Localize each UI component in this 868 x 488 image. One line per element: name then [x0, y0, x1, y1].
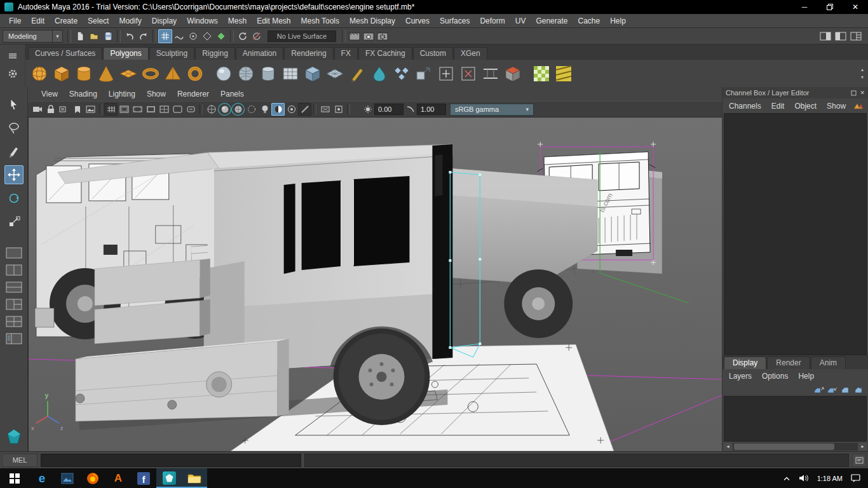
- scrollbar-thumb[interactable]: [734, 444, 834, 450]
- float-panel-icon[interactable]: [851, 90, 857, 96]
- poly-prism-icon[interactable]: [161, 62, 184, 86]
- layers-menu[interactable]: Layers: [724, 372, 757, 381]
- shelf-tab-curves-surfaces[interactable]: Curves / Surfaces: [28, 47, 102, 60]
- menu-cache[interactable]: Cache: [573, 14, 605, 27]
- occlusion-toggle-icon[interactable]: [285, 103, 298, 116]
- panel-menu-renderer[interactable]: Renderer: [172, 90, 215, 98]
- gear-icon[interactable]: [8, 69, 18, 79]
- options-menu[interactable]: Options: [757, 372, 793, 381]
- move-layer-down-icon[interactable]: [827, 385, 837, 394]
- poly-torus-icon[interactable]: [139, 62, 161, 86]
- tab-render[interactable]: Render: [767, 356, 810, 369]
- taskbar-explorer-icon[interactable]: [182, 468, 207, 488]
- construction-history-icon[interactable]: [236, 29, 250, 43]
- menu-windows[interactable]: Windows: [182, 14, 223, 27]
- taskbar-facebook-icon[interactable]: f: [131, 468, 156, 488]
- blue-cube-icon[interactable]: [301, 62, 323, 86]
- menu-mesh-display[interactable]: Mesh Display: [344, 14, 400, 27]
- snap-to-plane-icon[interactable]: [200, 29, 214, 43]
- redo-icon[interactable]: [137, 29, 151, 43]
- tray-expand-icon[interactable]: [783, 476, 790, 481]
- field-chart-icon[interactable]: [158, 103, 171, 116]
- lasso-tool-button[interactable]: [4, 118, 24, 137]
- snap-to-point-icon[interactable]: [186, 29, 200, 43]
- poly-plane-icon[interactable]: [117, 62, 139, 86]
- horizontal-scrollbar[interactable]: ◂ ▸: [722, 442, 868, 451]
- poly-pipe-icon[interactable]: [184, 62, 206, 86]
- panel-menu-lighting[interactable]: Lighting: [103, 90, 141, 98]
- new-scene-icon[interactable]: [73, 29, 87, 43]
- layout-single-pane-button[interactable]: [5, 247, 23, 259]
- move-layer-up-icon[interactable]: [813, 385, 824, 394]
- exposure-icon[interactable]: [361, 103, 374, 116]
- extrude-icon[interactable]: [412, 62, 435, 86]
- smooth-shade-mode-icon[interactable]: [218, 103, 231, 116]
- poly-cone-icon[interactable]: [95, 62, 117, 86]
- menu-create[interactable]: Create: [50, 14, 83, 27]
- poly-cube-icon[interactable]: [50, 62, 72, 86]
- antialias-toggle-icon[interactable]: [298, 103, 311, 116]
- render-settings-icon[interactable]: [376, 29, 390, 43]
- resolution-gate-icon[interactable]: [131, 103, 144, 116]
- mel-toggle-button[interactable]: MEL: [2, 454, 37, 467]
- layout-two-panes-stacked-button[interactable]: [5, 281, 23, 294]
- menu-modify[interactable]: Modify: [114, 14, 146, 27]
- menu-mesh[interactable]: Mesh: [223, 14, 252, 27]
- rotate-tool-button[interactable]: [4, 189, 24, 208]
- poly-cylinder-icon[interactable]: [72, 62, 95, 86]
- xray-toggle-icon[interactable]: [318, 103, 332, 116]
- taskbar-edge-icon[interactable]: e: [29, 468, 55, 488]
- select-camera-icon[interactable]: [31, 103, 44, 116]
- shelf-tab-custom[interactable]: Custom: [413, 47, 453, 60]
- menu-display[interactable]: Display: [147, 14, 182, 27]
- close-button[interactable]: ✕: [843, 0, 868, 14]
- bridge-icon[interactable]: [479, 62, 501, 86]
- channel-list-area[interactable]: [724, 113, 867, 355]
- panel-menu-panels[interactable]: Panels: [215, 90, 250, 98]
- poly-sphere-icon[interactable]: [28, 62, 50, 86]
- layer-list-area[interactable]: [724, 396, 867, 442]
- tool-settings-toggle-icon[interactable]: [834, 29, 848, 43]
- close-panel-icon[interactable]: ✕: [860, 90, 865, 96]
- gamma-field[interactable]: 1.00: [417, 104, 446, 115]
- menu-edit-mesh[interactable]: Edit Mesh: [252, 14, 295, 27]
- panel-menu-shading[interactable]: Shading: [64, 90, 103, 98]
- diamonds-icon[interactable]: [390, 62, 412, 86]
- script-editor-icon[interactable]: [852, 454, 866, 467]
- channel-box-header[interactable]: Channel Box / Layer Editor ✕: [722, 87, 868, 98]
- camera-attributes-icon[interactable]: [57, 103, 71, 116]
- layout-three-panes-button[interactable]: [5, 298, 23, 311]
- panel-menu-show[interactable]: Show: [141, 90, 172, 98]
- scroll-left-icon[interactable]: ◂: [724, 443, 732, 451]
- menu-surfaces[interactable]: Surfaces: [435, 14, 475, 27]
- panel-menu-view[interactable]: View: [36, 90, 64, 98]
- layout-two-panes-side-button[interactable]: [5, 264, 23, 276]
- restore-button[interactable]: [817, 0, 843, 14]
- view-transform-dropdown[interactable]: sRGB gamma ▾: [450, 104, 534, 116]
- film-gate-icon[interactable]: [118, 103, 131, 116]
- attribute-editor-toggle-icon[interactable]: [818, 29, 832, 43]
- menu-help[interactable]: Help: [605, 14, 631, 27]
- tab-display[interactable]: Display: [724, 356, 766, 369]
- layout-four-panes-button[interactable]: [5, 315, 23, 328]
- minimize-button[interactable]: ─: [792, 0, 817, 14]
- multi-cut-icon[interactable]: [368, 62, 390, 86]
- live-surface-field[interactable]: No Live Surface: [268, 30, 336, 42]
- delete-edge-icon[interactable]: [457, 62, 479, 86]
- start-button[interactable]: [0, 468, 29, 488]
- action-center-icon[interactable]: [851, 474, 860, 482]
- snap-to-curve-icon[interactable]: [172, 29, 186, 43]
- menu-file[interactable]: File: [4, 14, 26, 27]
- new-empty-layer-icon[interactable]: [840, 385, 851, 394]
- smooth-sphere-icon[interactable]: [212, 62, 234, 86]
- gray-cylinder-icon[interactable]: [257, 62, 279, 86]
- menuset-dropdown[interactable]: Modeling ▾: [3, 30, 63, 43]
- taskbar-autodesk-icon[interactable]: A: [105, 468, 131, 488]
- shelf-tab-xgen[interactable]: XGen: [454, 47, 487, 60]
- shadows-toggle-icon[interactable]: [271, 103, 285, 116]
- menu-edit[interactable]: Edit: [26, 14, 50, 27]
- scrollbar-track[interactable]: [733, 443, 858, 451]
- show-menu[interactable]: Show: [822, 102, 851, 111]
- add-divisions-icon[interactable]: [435, 62, 457, 86]
- paint-select-tool-button[interactable]: [4, 142, 24, 161]
